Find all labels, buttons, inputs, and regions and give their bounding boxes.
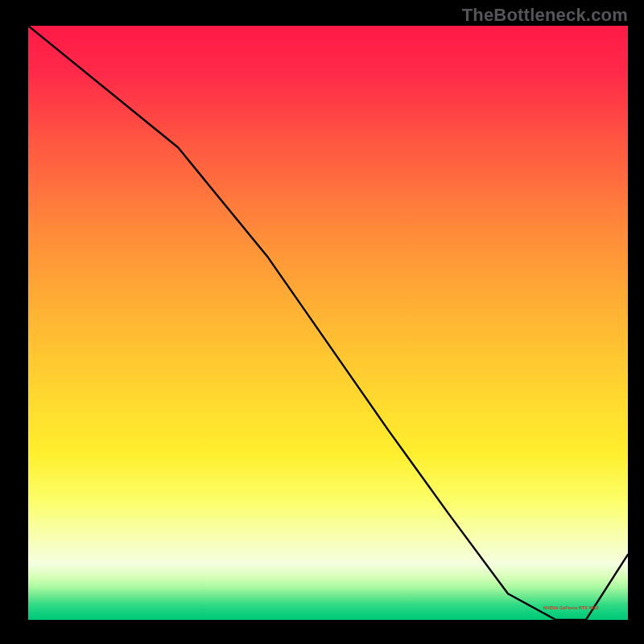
gpu-annotation: NVIDIA GeForce RTX 4080 <box>543 605 599 610</box>
chart-frame: { "watermark": "TheBottleneck.com", "cha… <box>0 0 644 644</box>
plot-background <box>28 26 628 620</box>
frame-mask-left <box>0 0 28 644</box>
watermark-text: TheBottleneck.com <box>462 5 628 26</box>
frame-mask-right <box>628 0 644 644</box>
frame-mask-bottom <box>0 620 644 644</box>
bottleneck-chart: NVIDIA GeForce RTX 4080 <box>0 0 644 644</box>
